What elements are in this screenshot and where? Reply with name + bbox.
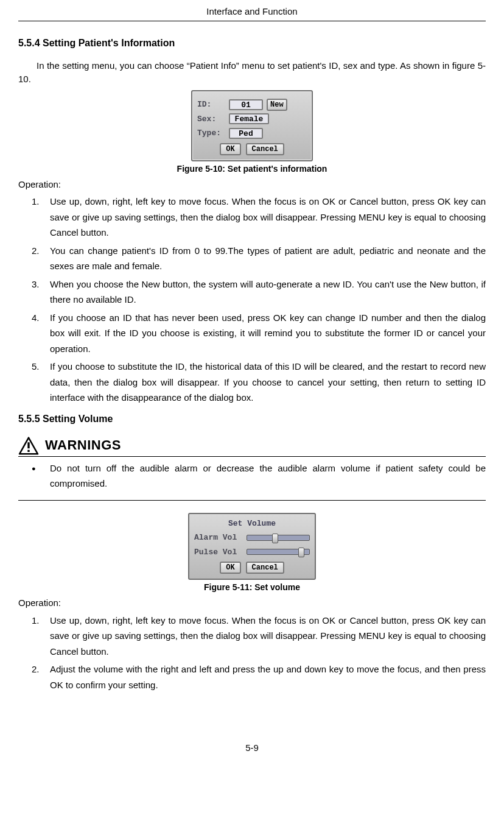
figure-caption-5-10: Figure 5-10: Set patient's information xyxy=(18,163,486,175)
section-heading-volume: 5.5.5 Setting Volume xyxy=(18,412,486,426)
id-field[interactable]: 01 xyxy=(229,99,263,110)
ok-button[interactable]: OK xyxy=(220,143,240,155)
warnings-header: WARNINGS xyxy=(18,435,486,457)
set-volume-dialog: Set Volume Alarm Vol Pulse Vol OK Cancel xyxy=(188,513,316,580)
list-item: Adjust the volume with the right and lef… xyxy=(50,661,486,693)
ok-button[interactable]: OK xyxy=(220,562,240,574)
page-number: 5-9 xyxy=(18,741,486,767)
svg-rect-1 xyxy=(27,442,29,448)
list-item: Use up, down, right, left key to move fo… xyxy=(50,613,486,660)
cancel-button[interactable]: Cancel xyxy=(246,143,284,155)
alarm-vol-label: Alarm Vol xyxy=(194,532,243,544)
pulse-vol-label: Pulse Vol xyxy=(194,546,243,559)
new-button[interactable]: New xyxy=(267,99,287,111)
list-item: If you choose to substitute the ID, the … xyxy=(50,359,486,406)
warnings-list: Do not turn off the audible alarm or dec… xyxy=(18,460,486,492)
operation-label: Operation: xyxy=(18,178,486,192)
alarm-vol-slider[interactable] xyxy=(247,535,310,541)
intro-paragraph: In the setting menu, you can choose “Pat… xyxy=(18,59,486,86)
dialog-title: Set Volume xyxy=(194,518,310,530)
figure-caption-5-11: Figure 5-11: Set volume xyxy=(18,581,486,594)
list-item: Do not turn off the audible alarm or dec… xyxy=(50,460,486,492)
svg-rect-2 xyxy=(27,449,29,451)
type-field[interactable]: Ped xyxy=(229,128,263,139)
page-header: Interface and Function xyxy=(18,0,486,21)
operation-steps-2: Use up, down, right, left key to move fo… xyxy=(18,613,486,693)
figure-5-10: ID: 01 New Sex: Female Type: Ped OK Canc… xyxy=(18,90,486,175)
warning-triangle-icon xyxy=(18,437,39,455)
sex-field[interactable]: Female xyxy=(229,113,269,124)
figure-5-11: Set Volume Alarm Vol Pulse Vol OK Cancel… xyxy=(18,513,486,594)
list-item: When you choose the New button, the syst… xyxy=(50,277,486,308)
type-label: Type: xyxy=(197,127,225,139)
patient-info-dialog: ID: 01 New Sex: Female Type: Ped OK Canc… xyxy=(191,90,313,161)
id-label: ID: xyxy=(197,99,225,111)
section-heading-patient-info: 5.5.4 Setting Patient's Information xyxy=(18,36,486,51)
warnings-label: WARNINGS xyxy=(45,435,121,455)
cancel-button[interactable]: Cancel xyxy=(246,562,284,574)
operation-steps-1: Use up, down, right, left key to move fo… xyxy=(18,194,486,406)
sex-label: Sex: xyxy=(197,113,225,125)
pulse-vol-slider[interactable] xyxy=(247,549,310,555)
divider xyxy=(18,500,486,501)
operation-label: Operation: xyxy=(18,596,486,610)
list-item: If you choose an ID that has never been … xyxy=(50,310,486,357)
list-item: Use up, down, right, left key to move fo… xyxy=(50,194,486,241)
list-item: You can change patient's ID from 0 to 99… xyxy=(50,243,486,274)
